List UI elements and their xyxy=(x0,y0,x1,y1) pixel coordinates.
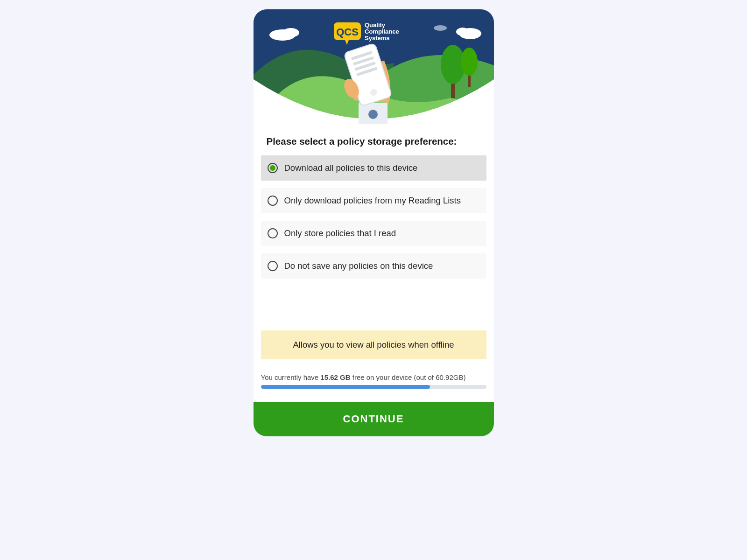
page-heading: Please select a policy storage preferenc… xyxy=(254,136,494,155)
info-banner: Allows you to view all policies when off… xyxy=(261,330,486,359)
radio-icon xyxy=(268,261,278,271)
option-label: Download all policies to this device xyxy=(284,163,418,173)
svg-point-9 xyxy=(461,48,478,76)
storage-progress xyxy=(261,385,486,389)
hero-illustration: QCS Quality Compliance Systems xyxy=(254,9,494,124)
storage-free: 15.62 GB xyxy=(320,373,350,381)
svg-point-5 xyxy=(456,28,469,36)
option-reading-lists[interactable]: Only download policies from my Reading L… xyxy=(261,188,486,213)
svg-point-11 xyxy=(368,110,378,119)
svg-point-3 xyxy=(434,25,447,31)
app-screen: QCS Quality Compliance Systems Please se… xyxy=(254,9,494,436)
storage-total: 60.92GB xyxy=(436,373,463,381)
storage-status: You currently have 15.62 GB free on your… xyxy=(254,373,494,393)
option-label: Only download policies from my Reading L… xyxy=(284,196,461,206)
brand-name-line2: Compliance xyxy=(365,28,399,35)
options-list: Download all policies to this device Onl… xyxy=(254,155,494,279)
content-area: Please select a policy storage preferenc… xyxy=(254,124,494,436)
storage-progress-fill xyxy=(261,385,430,389)
option-label: Only store policies that I read xyxy=(284,228,396,238)
option-store-read[interactable]: Only store policies that I read xyxy=(261,221,486,246)
storage-middle: free on your device (out of xyxy=(351,373,436,381)
svg-point-2 xyxy=(282,28,299,37)
brand-badge-text: QCS xyxy=(336,26,359,38)
radio-icon xyxy=(268,228,278,238)
brand-name-line3: Systems xyxy=(365,35,389,42)
storage-text: You currently have 15.62 GB free on your… xyxy=(261,373,486,381)
brand-name-line1: Quality xyxy=(365,21,386,28)
svg-rect-8 xyxy=(468,74,471,87)
option-label: Do not save any policies on this device xyxy=(284,261,433,271)
radio-icon xyxy=(268,196,278,206)
radio-icon xyxy=(268,163,278,173)
option-do-not-save[interactable]: Do not save any policies on this device xyxy=(261,253,486,279)
storage-prefix: You currently have xyxy=(261,373,321,381)
option-download-all[interactable]: Download all policies to this device xyxy=(261,155,486,181)
continue-button[interactable]: CONTINUE xyxy=(254,402,494,436)
storage-suffix: ) xyxy=(463,373,465,381)
